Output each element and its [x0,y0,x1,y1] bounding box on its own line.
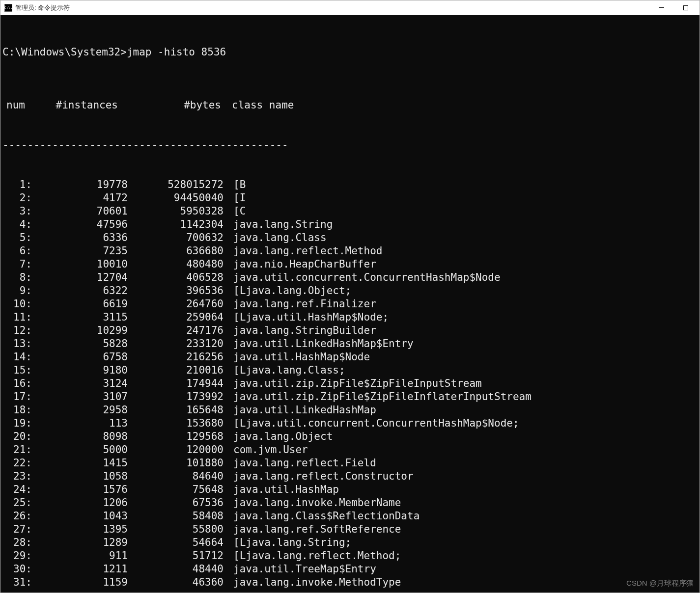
table-row: 13:5828233120java.util.LinkedHashMap$Ent… [2,337,698,350]
cell-num: 4: [2,218,32,231]
cell-class: java.lang.StringBuilder [224,324,376,337]
cell-num: 6: [2,244,32,258]
cell-class: java.util.LinkedHashMap [224,404,376,417]
minimize-button[interactable] [656,3,666,13]
cell-class: [Ljava.lang.Class; [224,364,345,377]
cell-instances: 1043 [32,510,128,523]
cell-num: 10: [2,297,32,311]
cell-instances: 19778 [32,178,128,191]
table-row: 5:6336700632java.lang.Class [2,231,698,244]
cell-class: java.lang.reflect.Method [224,244,382,258]
cell-instances: 5828 [32,337,128,350]
cell-instances: 10299 [32,324,128,337]
watermark: CSDN @月球程序猿 [626,576,694,590]
table-row: 23:105884640java.lang.reflect.Constructo… [2,470,698,483]
table-row: 24:157675648java.util.HashMap [2,483,698,496]
table-row: 30:121148440java.util.TreeMap$Entry [2,563,698,576]
cell-num: 14: [2,350,32,364]
titlebar[interactable]: C:\. 管理员: 命令提示符 [0,0,700,15]
window-controls [656,3,691,13]
cell-num: 18: [2,404,32,417]
cell-num: 31: [2,576,32,589]
table-row: 20:8098129568java.lang.Object [2,430,698,443]
header-instances: #instances [32,99,118,112]
terminal[interactable]: C:\Windows\System32>jmap -histo 8536 num… [0,15,700,593]
cell-bytes: 233120 [128,337,224,350]
cell-bytes: 264760 [128,297,224,311]
table-row: 6:7235636680java.lang.reflect.Method [2,244,698,258]
cell-instances: 911 [32,549,128,563]
cell-num: 7: [2,258,32,271]
cell-num: 27: [2,523,32,536]
cell-instances: 6322 [32,284,128,297]
cell-class: java.lang.reflect.Field [224,457,376,470]
cell-bytes: 216256 [128,350,224,364]
cell-num: 15: [2,364,32,377]
cell-bytes: 210016 [128,364,224,377]
cell-class: java.lang.Object [224,430,333,443]
minimize-icon [659,7,664,8]
cell-num: 9: [2,284,32,297]
cell-num: 25: [2,496,32,510]
cell-num: 13: [2,337,32,350]
table-row: 28:128954664[Ljava.lang.String; [2,536,698,549]
cell-instances: 1058 [32,470,128,483]
cell-class: java.lang.Class [224,231,327,244]
cell-class: java.util.concurrent.ConcurrentHashMap$N… [224,271,501,284]
cell-instances: 6619 [32,297,128,311]
cell-class: [I [224,191,246,205]
cell-num: 24: [2,483,32,496]
cell-class: [Ljava.util.HashMap$Node; [224,311,389,324]
cmd-icon: C:\. [4,4,12,12]
table-row: 1:19778528015272[B [2,178,698,191]
cell-bytes: 247176 [128,324,224,337]
cell-bytes: 1142304 [128,218,224,231]
cell-class: [Ljava.lang.reflect.Method; [224,549,401,563]
table-row: 26:104358408java.lang.Class$ReflectionDa… [2,510,698,523]
cell-num: 2: [2,191,32,205]
cell-instances: 2958 [32,404,128,417]
cell-instances: 113 [32,417,128,430]
cell-instances: 9180 [32,364,128,377]
cell-instances: 1159 [32,576,128,589]
table-row: 7:10010480480java.nio.HeapCharBuffer [2,258,698,271]
cell-class: java.lang.invoke.MethodType [224,576,401,589]
table-row: 16:3124174944java.util.zip.ZipFile$ZipFi… [2,377,698,390]
cell-bytes: 48440 [128,563,224,576]
cell-bytes: 259064 [128,311,224,324]
maximize-button[interactable] [681,3,691,13]
cell-instances: 6758 [32,350,128,364]
cell-class: java.util.zip.ZipFile$ZipFileInflaterInp… [224,390,532,404]
table-row: 31:115946360java.lang.invoke.MethodType [2,576,698,589]
table-row: 9:6322396536[Ljava.lang.Object; [2,284,698,297]
cell-instances: 1206 [32,496,128,510]
cell-instances: 1289 [32,536,128,549]
cell-class: java.util.HashMap [224,483,339,496]
header-num: num [2,99,32,112]
cell-instances: 3115 [32,311,128,324]
cell-bytes: 173992 [128,390,224,404]
cell-num: 30: [2,563,32,576]
command-text: jmap -histo 8536 [127,46,226,58]
cell-class: java.util.HashMap$Node [224,350,370,364]
cell-bytes: 84640 [128,470,224,483]
cell-class: java.lang.ref.Finalizer [224,297,376,311]
cell-class: [Ljava.util.concurrent.ConcurrentHashMap… [224,417,519,430]
cell-class: [Ljava.lang.String; [224,536,351,549]
cell-num: 26: [2,510,32,523]
cell-class: [C [224,205,246,218]
table-row: 2:417294450040[I [2,191,698,205]
cell-bytes: 101880 [128,457,224,470]
header-bytes: #bytes [118,99,221,112]
table-row: 4:475961142304java.lang.String [2,218,698,231]
cell-class: java.lang.String [224,218,333,231]
cell-bytes: 396536 [128,284,224,297]
cell-num: 22: [2,457,32,470]
cell-class: java.lang.reflect.Constructor [224,470,414,483]
table-row: 8:12704406528java.util.concurrent.Concur… [2,271,698,284]
table-row: 21:5000120000com.jvm.User [2,443,698,457]
cell-class: [B [224,178,246,191]
cell-bytes: 129568 [128,430,224,443]
cell-bytes: 67536 [128,496,224,510]
cell-instances: 1211 [32,563,128,576]
